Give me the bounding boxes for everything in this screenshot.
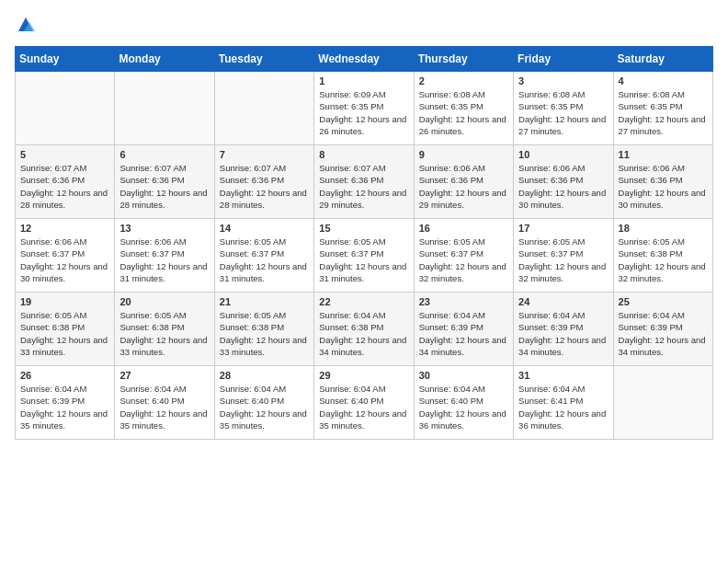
calendar-cell: 19Sunrise: 6:05 AM Sunset: 6:38 PM Dayli… bbox=[16, 293, 115, 366]
day-info: Sunrise: 6:04 AM Sunset: 6:41 PM Dayligh… bbox=[518, 383, 608, 431]
calendar-cell: 22Sunrise: 6:04 AM Sunset: 6:38 PM Dayli… bbox=[314, 293, 414, 366]
weekday-header-saturday: Saturday bbox=[613, 47, 712, 72]
logo-icon bbox=[15, 15, 37, 37]
day-number: 12 bbox=[20, 223, 109, 234]
day-number: 25 bbox=[619, 296, 708, 307]
day-number: 15 bbox=[319, 223, 408, 234]
calendar-cell: 18Sunrise: 6:05 AM Sunset: 6:38 PM Dayli… bbox=[613, 219, 712, 293]
day-info: Sunrise: 6:08 AM Sunset: 6:35 PM Dayligh… bbox=[518, 88, 608, 137]
weekday-header-tuesday: Tuesday bbox=[214, 47, 313, 72]
calendar-cell: 13Sunrise: 6:06 AM Sunset: 6:37 PM Dayli… bbox=[115, 219, 214, 293]
calendar-cell: 24Sunrise: 6:04 AM Sunset: 6:39 PM Dayli… bbox=[514, 293, 613, 366]
calendar-cell: 14Sunrise: 6:05 AM Sunset: 6:37 PM Dayli… bbox=[214, 219, 313, 293]
day-number: 7 bbox=[220, 149, 309, 160]
weekday-header-sunday: Sunday bbox=[16, 47, 115, 72]
day-info: Sunrise: 6:07 AM Sunset: 6:36 PM Dayligh… bbox=[119, 162, 209, 211]
day-number: 20 bbox=[119, 296, 209, 307]
day-number: 3 bbox=[518, 75, 608, 86]
day-info: Sunrise: 6:07 AM Sunset: 6:36 PM Dayligh… bbox=[20, 162, 109, 211]
day-info: Sunrise: 6:06 AM Sunset: 6:37 PM Dayligh… bbox=[119, 236, 209, 284]
calendar-cell: 6Sunrise: 6:07 AM Sunset: 6:36 PM Daylig… bbox=[115, 145, 214, 219]
calendar-cell: 10Sunrise: 6:06 AM Sunset: 6:36 PM Dayli… bbox=[514, 145, 613, 219]
calendar-week-2: 5Sunrise: 6:07 AM Sunset: 6:36 PM Daylig… bbox=[16, 145, 713, 219]
day-number: 14 bbox=[220, 223, 309, 234]
calendar-cell: 7Sunrise: 6:07 AM Sunset: 6:36 PM Daylig… bbox=[214, 145, 313, 219]
day-info: Sunrise: 6:04 AM Sunset: 6:38 PM Dayligh… bbox=[319, 309, 408, 358]
day-info: Sunrise: 6:05 AM Sunset: 6:38 PM Dayligh… bbox=[119, 309, 209, 358]
calendar-cell: 15Sunrise: 6:05 AM Sunset: 6:37 PM Dayli… bbox=[314, 219, 414, 293]
day-info: Sunrise: 6:08 AM Sunset: 6:35 PM Dayligh… bbox=[619, 88, 708, 137]
day-number: 26 bbox=[20, 370, 109, 381]
day-number: 2 bbox=[419, 75, 508, 86]
calendar-cell: 16Sunrise: 6:05 AM Sunset: 6:37 PM Dayli… bbox=[414, 219, 513, 293]
calendar-cell: 27Sunrise: 6:04 AM Sunset: 6:40 PM Dayli… bbox=[115, 366, 214, 440]
calendar-week-4: 19Sunrise: 6:05 AM Sunset: 6:38 PM Dayli… bbox=[16, 293, 713, 366]
calendar-cell: 12Sunrise: 6:06 AM Sunset: 6:37 PM Dayli… bbox=[16, 219, 115, 293]
weekday-header-wednesday: Wednesday bbox=[314, 47, 414, 72]
calendar-cell: 29Sunrise: 6:04 AM Sunset: 6:40 PM Dayli… bbox=[314, 366, 414, 440]
day-info: Sunrise: 6:09 AM Sunset: 6:35 PM Dayligh… bbox=[319, 88, 408, 137]
calendar-cell: 17Sunrise: 6:05 AM Sunset: 6:37 PM Dayli… bbox=[514, 219, 613, 293]
day-number: 24 bbox=[518, 296, 608, 307]
calendar-header: SundayMondayTuesdayWednesdayThursdayFrid… bbox=[16, 47, 713, 72]
day-number: 17 bbox=[518, 223, 608, 234]
day-info: Sunrise: 6:04 AM Sunset: 6:39 PM Dayligh… bbox=[619, 309, 708, 358]
day-info: Sunrise: 6:04 AM Sunset: 6:39 PM Dayligh… bbox=[518, 309, 608, 358]
calendar-cell: 5Sunrise: 6:07 AM Sunset: 6:36 PM Daylig… bbox=[16, 145, 115, 219]
day-info: Sunrise: 6:05 AM Sunset: 6:37 PM Dayligh… bbox=[319, 236, 408, 284]
day-number: 29 bbox=[319, 370, 408, 381]
day-info: Sunrise: 6:05 AM Sunset: 6:37 PM Dayligh… bbox=[518, 236, 608, 284]
calendar-week-1: 1Sunrise: 6:09 AM Sunset: 6:35 PM Daylig… bbox=[16, 72, 713, 145]
calendar-cell: 31Sunrise: 6:04 AM Sunset: 6:41 PM Dayli… bbox=[514, 366, 613, 440]
calendar-cell: 25Sunrise: 6:04 AM Sunset: 6:39 PM Dayli… bbox=[613, 293, 712, 366]
day-info: Sunrise: 6:04 AM Sunset: 6:40 PM Dayligh… bbox=[419, 383, 508, 431]
calendar-cell: 2Sunrise: 6:08 AM Sunset: 6:35 PM Daylig… bbox=[414, 72, 513, 145]
day-number: 27 bbox=[119, 370, 209, 381]
day-info: Sunrise: 6:05 AM Sunset: 6:38 PM Dayligh… bbox=[619, 236, 708, 284]
day-number: 4 bbox=[619, 75, 708, 86]
day-info: Sunrise: 6:04 AM Sunset: 6:39 PM Dayligh… bbox=[20, 383, 109, 431]
day-number: 6 bbox=[119, 149, 209, 160]
page-header bbox=[15, 15, 713, 37]
day-number: 9 bbox=[419, 149, 508, 160]
day-number: 23 bbox=[419, 296, 508, 307]
day-info: Sunrise: 6:05 AM Sunset: 6:37 PM Dayligh… bbox=[220, 236, 309, 284]
calendar-cell: 4Sunrise: 6:08 AM Sunset: 6:35 PM Daylig… bbox=[613, 72, 712, 145]
calendar-cell: 9Sunrise: 6:06 AM Sunset: 6:36 PM Daylig… bbox=[414, 145, 513, 219]
calendar-cell: 11Sunrise: 6:06 AM Sunset: 6:36 PM Dayli… bbox=[613, 145, 712, 219]
weekday-header-row: SundayMondayTuesdayWednesdayThursdayFrid… bbox=[16, 47, 713, 72]
day-info: Sunrise: 6:05 AM Sunset: 6:38 PM Dayligh… bbox=[220, 309, 309, 358]
calendar-cell bbox=[214, 72, 313, 145]
calendar-week-5: 26Sunrise: 6:04 AM Sunset: 6:39 PM Dayli… bbox=[16, 366, 713, 440]
day-number: 8 bbox=[319, 149, 408, 160]
weekday-header-thursday: Thursday bbox=[414, 47, 513, 72]
day-number: 5 bbox=[20, 149, 109, 160]
day-number: 18 bbox=[619, 223, 708, 234]
logo bbox=[15, 15, 40, 37]
calendar-cell: 28Sunrise: 6:04 AM Sunset: 6:40 PM Dayli… bbox=[214, 366, 313, 440]
calendar-cell: 8Sunrise: 6:07 AM Sunset: 6:36 PM Daylig… bbox=[314, 145, 414, 219]
day-number: 19 bbox=[20, 296, 109, 307]
calendar-cell: 3Sunrise: 6:08 AM Sunset: 6:35 PM Daylig… bbox=[514, 72, 613, 145]
day-number: 28 bbox=[220, 370, 309, 381]
day-info: Sunrise: 6:07 AM Sunset: 6:36 PM Dayligh… bbox=[220, 162, 309, 211]
day-number: 13 bbox=[119, 223, 209, 234]
day-number: 30 bbox=[419, 370, 508, 381]
day-info: Sunrise: 6:06 AM Sunset: 6:37 PM Dayligh… bbox=[20, 236, 109, 284]
day-info: Sunrise: 6:06 AM Sunset: 6:36 PM Dayligh… bbox=[518, 162, 608, 211]
day-number: 16 bbox=[419, 223, 508, 234]
day-info: Sunrise: 6:05 AM Sunset: 6:38 PM Dayligh… bbox=[20, 309, 109, 358]
calendar-cell bbox=[613, 366, 712, 440]
calendar-cell: 23Sunrise: 6:04 AM Sunset: 6:39 PM Dayli… bbox=[414, 293, 513, 366]
day-info: Sunrise: 6:04 AM Sunset: 6:40 PM Dayligh… bbox=[220, 383, 309, 431]
calendar-week-3: 12Sunrise: 6:06 AM Sunset: 6:37 PM Dayli… bbox=[16, 219, 713, 293]
calendar-table: SundayMondayTuesdayWednesdayThursdayFrid… bbox=[15, 46, 713, 440]
day-info: Sunrise: 6:04 AM Sunset: 6:40 PM Dayligh… bbox=[319, 383, 408, 431]
calendar-cell: 1Sunrise: 6:09 AM Sunset: 6:35 PM Daylig… bbox=[314, 72, 414, 145]
day-number: 22 bbox=[319, 296, 408, 307]
calendar-body: 1Sunrise: 6:09 AM Sunset: 6:35 PM Daylig… bbox=[16, 72, 713, 440]
weekday-header-friday: Friday bbox=[514, 47, 613, 72]
calendar-cell bbox=[115, 72, 214, 145]
day-info: Sunrise: 6:05 AM Sunset: 6:37 PM Dayligh… bbox=[419, 236, 508, 284]
day-info: Sunrise: 6:06 AM Sunset: 6:36 PM Dayligh… bbox=[419, 162, 508, 211]
